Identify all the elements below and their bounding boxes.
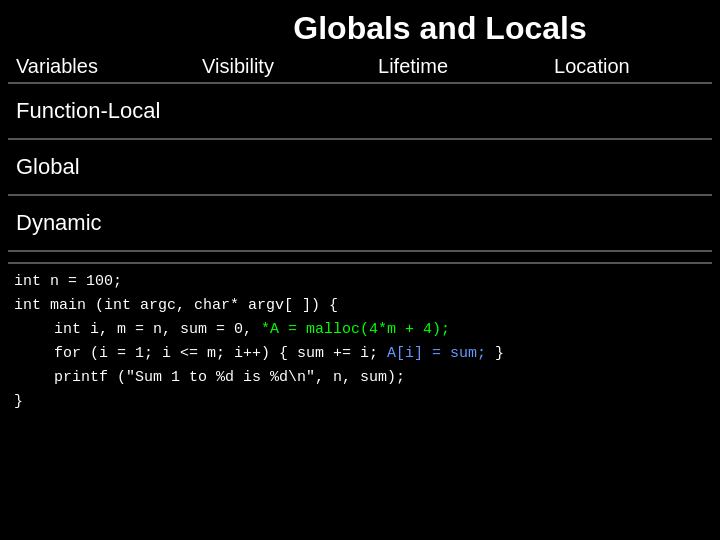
highlight-malloc: *A = malloc(4*m + 4);: [261, 321, 450, 338]
table-header-row: Variables Visibility Lifetime Location: [8, 51, 712, 83]
row-lifetime-1: [370, 139, 546, 195]
header-location: Location: [546, 51, 712, 83]
header-lifetime: Lifetime: [370, 51, 546, 83]
table-row: Dynamic: [8, 195, 712, 251]
code-line-0: int n = 100;: [14, 270, 712, 294]
table-row: Global: [8, 139, 712, 195]
row-visibility-1: [194, 139, 370, 195]
row-location-1: [546, 139, 712, 195]
row-label-0: Function-Local: [8, 83, 194, 139]
code-line-1: int main (int argc, char* argv[ ]) {: [14, 294, 712, 318]
code-line-4: printf ("Sum 1 to %d is %d\n", n, sum);: [14, 366, 712, 390]
row-lifetime-2: [370, 195, 546, 251]
main-container: Globals and Locals Variables Visibility …: [0, 0, 720, 540]
row-lifetime-0: [370, 83, 546, 139]
code-section: int n = 100; int main (int argc, char* a…: [8, 262, 712, 414]
row-visibility-2: [194, 195, 370, 251]
highlight-array: A[i] = sum;: [387, 345, 486, 362]
variables-table: Variables Visibility Lifetime Location F…: [8, 51, 712, 252]
row-visibility-0: [194, 83, 370, 139]
code-line-2: int i, m = n, sum = 0, *A = malloc(4*m +…: [14, 318, 712, 342]
row-location-0: [546, 83, 712, 139]
table-wrapper: Variables Visibility Lifetime Location F…: [8, 51, 712, 252]
table-row: Function-Local: [8, 83, 712, 139]
code-line-5: }: [14, 390, 712, 414]
header-variables: Variables: [8, 51, 194, 83]
code-line-3: for (i = 1; i <= m; i++) { sum += i; A[i…: [14, 342, 712, 366]
header-visibility: Visibility: [194, 51, 370, 83]
row-location-2: [546, 195, 712, 251]
row-label-1: Global: [8, 139, 194, 195]
row-label-2: Dynamic: [8, 195, 194, 251]
page-title: Globals and Locals: [8, 10, 712, 47]
